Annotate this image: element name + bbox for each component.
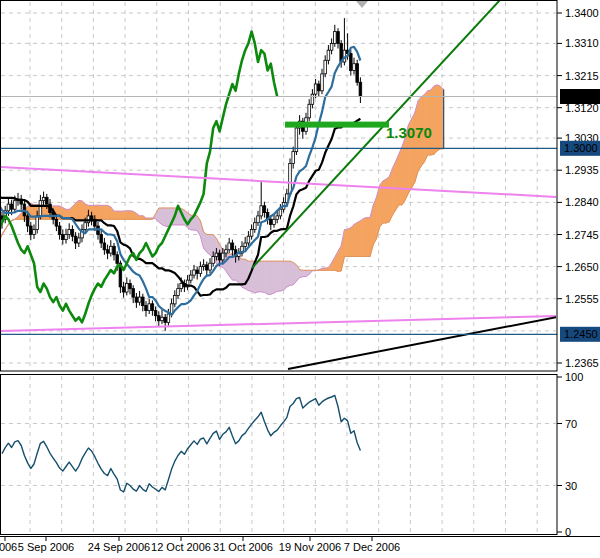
price-badge-label: 1.3153 bbox=[564, 91, 598, 103]
price-label: 1.2650 bbox=[565, 261, 599, 273]
date-label: 12 Oct 2006 bbox=[151, 541, 211, 553]
indicator-scale-label: 100 bbox=[565, 371, 583, 383]
trading-chart-window: 1.34001.33101.32151.31531.31201.30301.30… bbox=[0, 0, 600, 558]
price-label: 1.3400 bbox=[565, 7, 599, 19]
price-label: 1.2840 bbox=[565, 196, 599, 208]
price-label: 1.3215 bbox=[565, 70, 599, 82]
date-label: 5 Sep 2006 bbox=[18, 541, 74, 553]
price-badge-label: 1.2450 bbox=[564, 328, 598, 340]
date-label: 24 Sep 2006 bbox=[88, 541, 150, 553]
date-label: 7 Dec 2006 bbox=[344, 541, 400, 553]
date-label: 19 Nov 2006 bbox=[279, 541, 341, 553]
date-label: 2006 bbox=[0, 541, 17, 553]
price-label: 1.2365 bbox=[565, 357, 599, 369]
price-label: 1.2555 bbox=[565, 293, 599, 305]
indicator-scale-label: 70 bbox=[565, 418, 577, 430]
level-label[interactable]: 1.3070 bbox=[386, 124, 432, 141]
indicator-scale-label: 0 bbox=[565, 526, 571, 538]
price-label: 1.3120 bbox=[565, 102, 599, 114]
indicator-scale-label: 30 bbox=[565, 480, 577, 492]
date-label: 31 Oct 2006 bbox=[213, 541, 273, 553]
price-label: 1.2745 bbox=[565, 229, 599, 241]
main-chart-surface[interactable] bbox=[0, 0, 557, 371]
rsi-panel-surface[interactable] bbox=[0, 374, 557, 535]
chart-svg: 1.34001.33101.32151.31531.31201.30301.30… bbox=[0, 0, 600, 558]
price-label: 1.3310 bbox=[565, 37, 599, 49]
price-label: 1.2935 bbox=[565, 164, 599, 176]
price-badge-label: 1.3000 bbox=[564, 142, 598, 154]
